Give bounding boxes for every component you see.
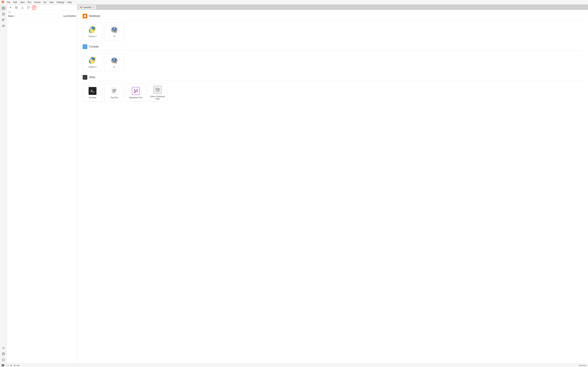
file-list-header: Name Last Modified xyxy=(7,14,77,18)
refresh-button[interactable] xyxy=(26,5,31,10)
svg-point-7 xyxy=(2,20,3,21)
svg-point-11 xyxy=(4,25,4,26)
status-number2: 3 xyxy=(8,364,9,366)
markdown-label: Markdown File xyxy=(130,97,142,99)
console-cards: Python 3 xyxy=(83,53,583,71)
svg-point-38 xyxy=(91,58,92,59)
notebook-cards: Python 3 xyxy=(83,22,583,41)
file-toolbar xyxy=(7,5,77,10)
r-console-card[interactable]: R R xyxy=(104,53,124,71)
svg-point-12 xyxy=(3,348,4,349)
svg-text:R: R xyxy=(113,58,115,61)
sidebar-item-extensions[interactable] xyxy=(1,357,6,362)
markdown-card[interactable]: M Markdown File xyxy=(126,84,146,102)
contexthelp-card[interactable]: Show Contextual Help xyxy=(148,84,167,102)
new-folder-button[interactable] xyxy=(14,5,19,10)
svg-point-60 xyxy=(11,365,11,366)
content-area: 🚀 Launcher × Notebook xyxy=(78,5,588,363)
svg-point-10 xyxy=(3,25,3,26)
other-section-icon: _ xyxy=(83,75,87,80)
menu-git[interactable]: Git xyxy=(42,1,48,4)
other-section-title: Other xyxy=(89,76,95,79)
markdown-icon: M xyxy=(132,87,140,95)
sidebar-item-files[interactable] xyxy=(1,6,6,11)
terminal-label: Terminal xyxy=(89,97,96,99)
menu-run[interactable]: Run xyxy=(26,1,33,4)
console-section: Console xyxy=(83,44,583,71)
r-notebook-card[interactable]: R R xyxy=(104,22,124,41)
python3-notebook-card[interactable]: Python 3 xyxy=(83,22,102,41)
textfile-label: Text File xyxy=(111,97,118,99)
launcher-tab[interactable]: 🚀 Launcher × xyxy=(78,5,96,10)
git-status: Git: idle xyxy=(13,364,19,366)
status-left: S 1 3 Git: idle xyxy=(2,364,19,366)
svg-rect-30 xyxy=(84,15,84,17)
r-notebook-label: R xyxy=(113,35,115,38)
svg-text:R: R xyxy=(113,27,115,31)
notebook-section-icon xyxy=(83,14,87,18)
menu-file[interactable]: File xyxy=(6,1,12,4)
launcher-tab-icon: 🚀 xyxy=(80,6,82,8)
file-browser-panel: / Name Last Modified xyxy=(7,5,78,363)
column-name[interactable]: Name xyxy=(8,15,55,17)
textfile-icon xyxy=(110,87,119,95)
menu-tabs[interactable]: Tabs xyxy=(48,1,55,4)
terminal-indicator: S xyxy=(2,364,4,366)
svg-point-31 xyxy=(91,27,92,28)
console-section-header: Console xyxy=(83,44,583,50)
notebook-section-header: Notebook xyxy=(83,14,583,20)
svg-point-61 xyxy=(10,365,12,366)
app-logo xyxy=(1,0,4,4)
svg-point-26 xyxy=(33,8,34,8)
menu-kernel[interactable]: Kernel xyxy=(33,1,42,4)
textfile-card[interactable]: Text File xyxy=(104,84,124,102)
console-section-title: Console xyxy=(89,45,99,48)
console-section-icon xyxy=(83,44,87,49)
sidebar-item-collab[interactable] xyxy=(1,23,6,28)
launcher-tab-close[interactable]: × xyxy=(92,6,94,8)
python3-notebook-label: Python 3 xyxy=(89,35,96,38)
new-launcher-button[interactable] xyxy=(8,5,13,10)
sidebar-item-settings[interactable] xyxy=(1,345,6,350)
python3-console-label: Python 3 xyxy=(89,66,96,68)
contexthelp-label: Show Contextual Help xyxy=(148,95,167,100)
svg-rect-56 xyxy=(157,88,160,92)
upload-button[interactable] xyxy=(20,5,25,10)
python3-console-card[interactable]: Python 3 xyxy=(83,53,102,71)
notebook-section: Notebook xyxy=(83,14,583,41)
r-notebook-icon: R xyxy=(110,25,119,34)
sidebar-item-git[interactable] xyxy=(1,17,6,23)
status-number1: 1 xyxy=(5,364,6,366)
svg-rect-46 xyxy=(112,88,116,93)
r-console-icon: R xyxy=(110,56,119,65)
launcher-tab-label: Launcher xyxy=(83,6,91,8)
status-right: Launcher xyxy=(579,364,586,366)
svg-point-32 xyxy=(93,31,94,32)
mode-indicator: Launcher xyxy=(579,364,586,366)
other-cards: Terminal xyxy=(83,84,583,102)
menubar: File Edit View Run Kernel Git Tabs Setti… xyxy=(0,0,588,5)
menu-edit[interactable]: Edit xyxy=(12,1,18,4)
sidebar-item-running[interactable] xyxy=(1,11,6,17)
contexthelp-icon xyxy=(153,85,162,94)
other-section-header: _ Other xyxy=(83,75,583,81)
file-list xyxy=(7,18,77,363)
tab-bar: 🚀 Launcher × xyxy=(78,5,588,10)
menu-view[interactable]: View xyxy=(18,1,26,4)
python3-console-icon xyxy=(88,56,97,65)
other-section: _ Other xyxy=(83,75,583,102)
main-layout: / Name Last Modified 🚀 Launcher × xyxy=(0,5,588,363)
breadcrumb: / xyxy=(7,10,77,14)
terminal-card[interactable]: Terminal xyxy=(83,84,102,102)
column-modified[interactable]: Last Modified xyxy=(55,15,76,17)
breadcrumb-path: / xyxy=(10,11,11,13)
kernel-icon xyxy=(10,364,12,366)
menu-help[interactable]: Help xyxy=(66,1,73,4)
launcher-panel: Notebook xyxy=(78,10,588,363)
python3-notebook-icon xyxy=(88,25,97,34)
git-button[interactable] xyxy=(32,5,36,10)
sidebar-item-toc[interactable] xyxy=(1,351,6,357)
menu-settings[interactable]: Settings xyxy=(55,1,66,4)
status-bar: S 1 3 Git: idle Launcher xyxy=(0,363,588,367)
activity-bar xyxy=(0,5,7,363)
